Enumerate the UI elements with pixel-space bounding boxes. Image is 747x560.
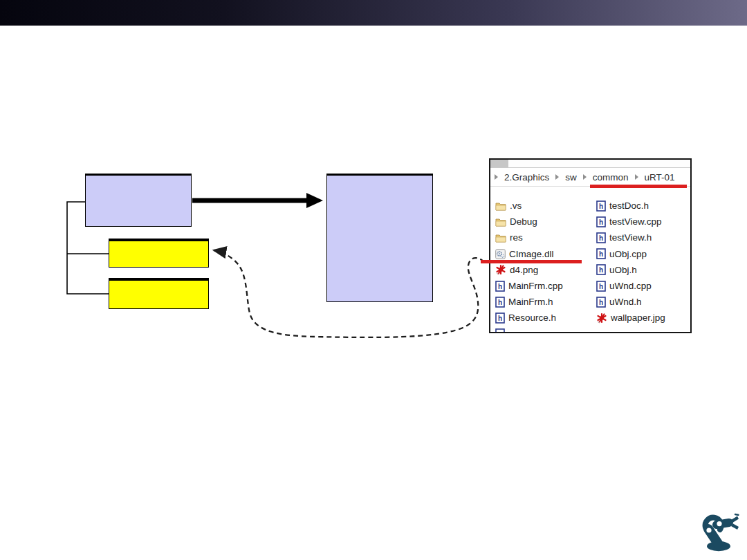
svg-text:h: h <box>599 202 603 209</box>
file-row[interactable]: h uObj.cpp <box>596 246 690 262</box>
image-splat-icon <box>596 312 607 324</box>
file-row[interactable]: h testDoc.h <box>596 198 690 214</box>
svg-text:h: h <box>599 250 603 258</box>
svg-text:h: h <box>599 266 603 274</box>
chevron-right-icon <box>635 174 638 180</box>
file-row[interactable]: h Resource.h <box>495 310 596 326</box>
header-file-icon: h <box>596 264 606 275</box>
chevron-right-icon <box>555 174 559 180</box>
robot-arm-icon <box>696 512 740 554</box>
file-row[interactable]: h MainFrm.cpp <box>495 278 596 294</box>
breadcrumb-item-urt01[interactable]: uRT-01 <box>645 172 675 183</box>
svg-text:h: h <box>498 282 502 290</box>
breadcrumb-item-graphics[interactable]: 2.Graphics <box>504 172 549 183</box>
folder-icon <box>495 201 506 211</box>
header-file-icon: h <box>596 281 606 292</box>
file-label: Debug <box>510 216 537 227</box>
dll-icon <box>495 249 506 259</box>
header-file-icon <box>495 328 505 333</box>
slide: 2.Graphics sw common uRT-01 .vs Debug <box>0 0 747 560</box>
file-label: d4.png <box>510 265 538 275</box>
file-row[interactable]: h testView.h <box>596 230 690 245</box>
file-label: wallpaper.jpg <box>611 312 665 323</box>
folder-icon <box>495 233 506 243</box>
file-row[interactable]: h uWnd.h <box>596 294 690 310</box>
breadcrumb-red-underline <box>590 185 687 188</box>
file-label: .vs <box>510 200 522 211</box>
file-row[interactable]: res <box>495 230 596 245</box>
file-label: CImage.dll <box>509 249 554 259</box>
file-label: Resource.h <box>508 312 556 323</box>
breadcrumb-item-common[interactable]: common <box>593 172 629 183</box>
svg-text:h: h <box>498 298 502 306</box>
diagram-main-box <box>85 174 192 227</box>
solid-arrow <box>192 193 323 208</box>
file-label: uWnd.h <box>609 297 642 307</box>
file-row[interactable]: d4.png <box>495 262 596 278</box>
header-file-icon: h <box>596 297 606 308</box>
file-row[interactable]: .vs <box>495 198 596 214</box>
file-row[interactable]: h testView.cpp <box>596 214 690 230</box>
file-label: MainFrm.cpp <box>508 281 563 291</box>
file-label: uObj.cpp <box>609 249 647 259</box>
file-row-clipped <box>495 326 596 334</box>
file-row[interactable]: h MainFrm.h <box>495 294 596 310</box>
image-splat-icon <box>495 264 506 275</box>
svg-text:h: h <box>498 314 502 321</box>
header-file-icon: h <box>596 248 606 259</box>
diagram-target-box <box>326 174 433 302</box>
svg-text:h: h <box>599 234 603 241</box>
file-list-right-column: h testDoc.h h testView.cpp h testView.h … <box>596 198 690 326</box>
header-file-icon: h <box>596 200 606 212</box>
explorer-top-chrome <box>490 160 690 168</box>
file-explorer-window: 2.Graphics sw common uRT-01 .vs Debug <box>489 158 692 333</box>
chevron-right-icon <box>495 174 498 180</box>
file-label: MainFrm.h <box>508 297 553 307</box>
file-label: testView.h <box>609 232 652 243</box>
diagram-yellow-box-2 <box>109 278 209 309</box>
file-label: uWnd.cpp <box>609 281 652 291</box>
file-row[interactable]: Debug <box>495 214 596 230</box>
file-list: .vs Debug res CImage.dll d4.png <box>490 198 690 332</box>
svg-text:h: h <box>599 282 603 290</box>
chevron-right-icon <box>583 174 587 180</box>
diagram-yellow-box-1 <box>109 239 209 268</box>
file-label: res <box>510 232 523 243</box>
file-list-left-column: .vs Debug res CImage.dll d4.png <box>495 198 596 333</box>
header-file-icon: h <box>495 297 505 308</box>
cimage-red-underline <box>481 260 582 263</box>
file-label: testDoc.h <box>609 200 649 211</box>
svg-text:h: h <box>599 218 603 225</box>
slide-top-banner <box>0 0 747 26</box>
svg-text:h: h <box>599 298 603 306</box>
header-file-icon: h <box>596 232 606 243</box>
file-row[interactable]: h uWnd.cpp <box>596 278 690 294</box>
header-file-icon: h <box>495 312 505 324</box>
file-label: testView.cpp <box>609 216 662 227</box>
file-label: uObj.h <box>609 265 637 275</box>
explorer-chrome-fragment <box>490 160 508 167</box>
folder-icon <box>495 217 506 227</box>
breadcrumb-item-sw[interactable]: sw <box>565 172 577 183</box>
file-row[interactable]: h uObj.h <box>596 262 690 278</box>
header-file-icon: h <box>495 281 505 292</box>
file-row[interactable]: wallpaper.jpg <box>596 310 690 326</box>
header-file-icon: h <box>596 216 606 227</box>
breadcrumb: 2.Graphics sw common uRT-01 <box>490 168 690 187</box>
